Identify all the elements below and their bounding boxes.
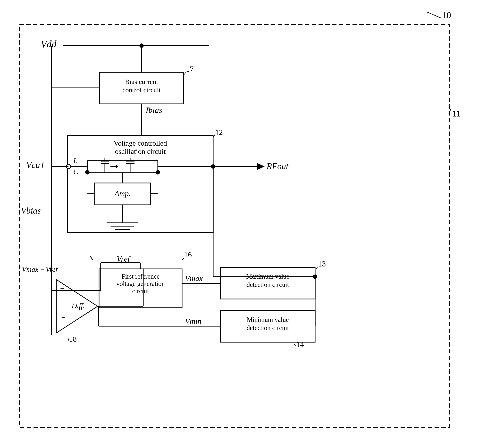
svg-line-47 <box>316 266 318 269</box>
ref-12: 12 <box>215 128 223 137</box>
rfout-label: RFout <box>266 161 289 171</box>
svg-marker-41 <box>257 163 265 170</box>
diff-label: Diff. <box>71 302 85 310</box>
diff-plus: + <box>60 285 64 292</box>
vref-label3: circuit <box>132 287 149 295</box>
l-label: L <box>73 157 77 165</box>
vmin-label: Vmin <box>185 317 202 325</box>
svg-line-48 <box>294 344 296 347</box>
ref-16: 16 <box>184 250 192 259</box>
svg-line-0 <box>427 12 441 18</box>
vctrl-label: Vctrl <box>26 160 44 170</box>
svg-point-14 <box>85 170 90 174</box>
svg-point-15 <box>156 170 160 174</box>
vco-label2: oscillation circuit <box>115 147 166 155</box>
ref-11: 11 <box>452 109 461 118</box>
svg-line-1 <box>450 109 451 114</box>
vbias-label: Vbias <box>21 206 41 216</box>
mindet-label1: Minimum value <box>247 316 289 323</box>
ref-13: 13 <box>318 259 326 268</box>
mindet-label2: detection circuit <box>247 324 289 332</box>
vref-label2: voltage generation <box>116 280 165 287</box>
vmaxvref-label: Vmax－Vref <box>22 265 58 273</box>
ref-18: 18 <box>69 335 77 343</box>
vref-top-label: Vref <box>117 254 131 263</box>
svg-line-59 <box>90 256 93 260</box>
ref-14: 14 <box>296 340 304 349</box>
bias-box-label: Bias current <box>125 78 158 85</box>
vmax-label: Vmax <box>185 274 203 283</box>
diff-minus: － <box>60 313 67 321</box>
ref-17: 17 <box>186 65 194 73</box>
c-label: C <box>73 168 78 176</box>
vdd-label: Vdd <box>41 39 57 50</box>
vco-label1: Voltage controlled <box>114 139 167 147</box>
svg-line-43 <box>182 258 184 260</box>
maxdet-label2: detection circuit <box>247 281 289 288</box>
bias-box-label2: control circuit <box>122 86 161 94</box>
ref-10: 10 <box>442 10 451 20</box>
ibias-label: Ibias <box>145 106 162 115</box>
vref-label1: First reference <box>122 273 160 280</box>
amp-label: Amp. <box>114 189 131 198</box>
